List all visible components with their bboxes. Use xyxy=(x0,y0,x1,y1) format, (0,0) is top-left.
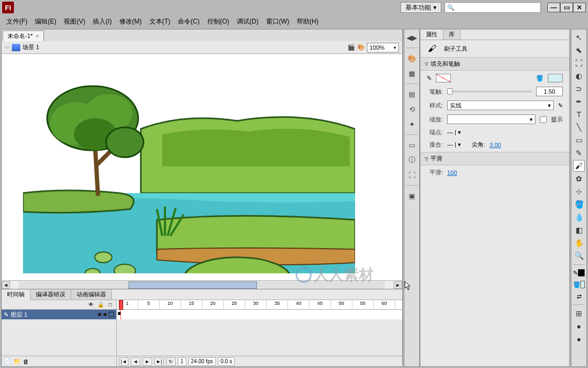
edit-scene-icon[interactable]: 🎬 xyxy=(348,44,355,51)
selection-tool-icon[interactable]: ↖ xyxy=(573,32,585,43)
free-transform-icon[interactable]: ⛶ xyxy=(573,57,585,69)
3d-rotate-icon[interactable]: ◐ xyxy=(573,70,585,82)
swap-colors-icon[interactable]: ⇄ xyxy=(573,291,585,302)
current-frame[interactable]: 1 xyxy=(178,357,186,366)
svg-point-8 xyxy=(106,127,144,157)
brush-shape-icon[interactable]: ● xyxy=(573,333,585,345)
info2-icon[interactable]: ⓘ xyxy=(406,154,418,166)
menu-control[interactable]: 控制(O) xyxy=(204,16,232,27)
zoom-field[interactable]: 100% ▾ xyxy=(367,43,399,52)
cap-value[interactable]: — | ▾ xyxy=(447,129,461,136)
tab-properties[interactable]: 属性 xyxy=(420,29,443,40)
outline-icon[interactable]: □ xyxy=(107,302,114,308)
scroll-thumb[interactable] xyxy=(129,281,257,289)
tab-compiler-errors[interactable]: 编译器错误 xyxy=(31,289,71,300)
option-1-icon[interactable]: ⊞ xyxy=(573,308,585,319)
search-input[interactable]: 🔍 xyxy=(444,2,541,13)
panel-dock: ◀▶ 🎨 ▦ ▤ ⟲ ✦ ▭ ⓘ ⛶ ▣ xyxy=(404,29,420,367)
canvas[interactable] xyxy=(2,54,402,280)
deco-tool-icon[interactable]: ✿ xyxy=(573,173,585,185)
step-back-icon[interactable]: ◄ xyxy=(131,357,140,366)
info-icon[interactable]: ✦ xyxy=(406,118,418,130)
menu-view[interactable]: 视图(V) xyxy=(61,16,88,27)
lock-icon[interactable]: 🔒 xyxy=(97,302,104,308)
library-icon[interactable]: ▭ xyxy=(406,139,418,151)
tab-motion-editor[interactable]: 动画编辑器 xyxy=(71,289,112,300)
eyedropper-icon[interactable]: 💧 xyxy=(573,211,585,223)
loop-icon[interactable]: ↻ xyxy=(166,357,176,366)
delete-layer-icon[interactable]: 🗑 xyxy=(23,358,29,365)
hand-tool-icon[interactable]: ✋ xyxy=(573,237,585,249)
brush-tool-icon[interactable]: 🖌 xyxy=(573,160,585,172)
miter-value[interactable]: 3.00 xyxy=(489,142,501,148)
menu-window[interactable]: 窗口(W) xyxy=(263,16,292,27)
pen-tool-icon[interactable]: ✒ xyxy=(573,96,585,108)
menu-debug[interactable]: 调试(D) xyxy=(233,16,262,27)
maximize-button[interactable]: ▭ xyxy=(560,3,573,12)
rectangle-tool-icon[interactable]: ▭ xyxy=(573,134,585,146)
expand-dock-icon[interactable]: ◀▶ xyxy=(406,32,418,43)
menubar: 文件(F) 编辑(E) 视图(V) 插入(I) 修改(M) 文本(T) 命令(C… xyxy=(0,15,588,28)
back-arrow-icon[interactable]: ⇦ xyxy=(5,44,10,51)
close-tab-icon[interactable]: × xyxy=(36,33,39,39)
rewind-icon[interactable]: |◄ xyxy=(119,357,129,366)
stroke-value[interactable]: 1.50 xyxy=(536,87,563,96)
menu-text[interactable]: 文本(T) xyxy=(146,16,174,27)
transform-icon[interactable]: ⟲ xyxy=(406,103,418,115)
fill-palette-swatch[interactable] xyxy=(581,281,585,288)
timeline-ruler[interactable]: 1 5 10 15 20 25 30 35 40 45 50 55 60 xyxy=(117,300,402,310)
transform2-icon[interactable]: ⛶ xyxy=(406,169,418,181)
document-tab[interactable]: 未命名-1* × xyxy=(3,30,44,41)
menu-file[interactable]: 文件(F) xyxy=(3,16,31,27)
section-smoothing[interactable]: ▽ 平滑 xyxy=(420,152,569,165)
text-tool-icon[interactable]: T xyxy=(573,109,585,120)
style-combo[interactable]: 实线▾ xyxy=(447,101,554,110)
layer-row[interactable]: ✎ 图层 1 xyxy=(2,310,116,319)
scroll-left-icon[interactable]: ◄ xyxy=(2,281,10,289)
fill-color-swatch[interactable] xyxy=(548,74,563,82)
play-icon[interactable]: ► xyxy=(142,357,152,366)
step-fwd-icon[interactable]: ►| xyxy=(154,357,164,366)
stroke-slider[interactable] xyxy=(447,90,532,93)
new-layer-icon[interactable]: 📄 xyxy=(4,358,11,365)
menu-edit[interactable]: 编辑(E) xyxy=(32,16,59,27)
scroll-right-icon[interactable]: ► xyxy=(394,281,402,289)
bone-tool-icon[interactable]: ⊹ xyxy=(573,186,585,197)
eraser-tool-icon[interactable]: ◧ xyxy=(573,224,585,236)
close-button[interactable]: ✕ xyxy=(573,3,586,12)
swatches-icon[interactable]: ▦ xyxy=(406,67,418,79)
zoom-tool-icon[interactable]: 🔍 xyxy=(573,250,585,262)
minimize-button[interactable]: — xyxy=(547,3,560,12)
menu-commands[interactable]: 命令(C) xyxy=(175,16,203,27)
join-value[interactable]: — | ▾ xyxy=(447,141,461,148)
smooth-value[interactable]: 100 xyxy=(447,170,457,176)
frames-row[interactable] xyxy=(117,310,402,319)
align-icon[interactable]: ▤ xyxy=(406,88,418,100)
components-icon[interactable]: ▣ xyxy=(406,190,418,202)
scale-combo[interactable]: ▾ xyxy=(447,114,536,124)
brush-size-icon[interactable]: ● xyxy=(573,320,585,332)
hint-checkbox[interactable] xyxy=(540,116,547,123)
line-tool-icon[interactable]: ╲ xyxy=(573,121,585,133)
eye-icon[interactable]: 👁 xyxy=(87,302,95,308)
palette-icon[interactable]: 🎨 xyxy=(406,52,418,64)
new-folder-icon[interactable]: 📁 xyxy=(13,358,21,365)
edit-style-icon[interactable]: ✎ xyxy=(558,102,563,109)
scene-icon xyxy=(12,44,20,51)
section-fill-stroke[interactable]: ▽ 填充和笔触 xyxy=(420,57,569,71)
menu-help[interactable]: 帮助(H) xyxy=(293,16,322,27)
pencil-tool-icon[interactable]: ✎ xyxy=(573,147,585,159)
playhead[interactable] xyxy=(119,300,123,310)
workspace-selector[interactable]: 基本功能 ▾ xyxy=(401,2,441,13)
lasso-tool-icon[interactable]: ⊃ xyxy=(573,83,585,95)
horizontal-scrollbar[interactable]: ◄ ► xyxy=(2,280,402,289)
edit-symbol-icon[interactable]: 🎨 xyxy=(357,44,365,51)
subselect-tool-icon[interactable]: ⬉ xyxy=(573,44,585,56)
bucket-tool-icon[interactable]: 🪣 xyxy=(573,198,585,210)
tab-library[interactable]: 库 xyxy=(443,29,461,40)
menu-modify[interactable]: 修改(M) xyxy=(116,16,145,27)
stroke-color-swatch[interactable] xyxy=(436,74,451,82)
stroke-palette-swatch[interactable] xyxy=(578,269,585,277)
tab-timeline[interactable]: 时间轴 xyxy=(2,289,31,300)
menu-insert[interactable]: 插入(I) xyxy=(89,16,115,27)
